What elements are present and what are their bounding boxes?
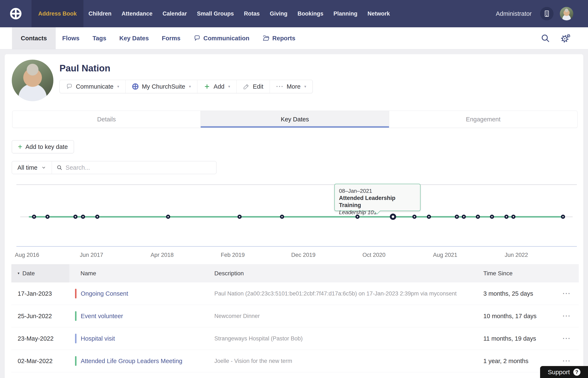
chevron-down-icon [41,165,46,170]
action-label: More [287,83,301,90]
row-actions-ellipsis[interactable]: ··· [555,357,579,364]
subnav-label: Communication [203,35,250,42]
contact-profile-card: Paul Nation Communicate ▾ My ChurchSuite… [5,54,583,378]
axis-tick-label: Oct 2020 [363,252,386,258]
chevron-down-icon: ▾ [228,84,230,89]
organisation-button[interactable] [540,7,554,20]
keydate-time-since: 10 months, 17 days [472,313,555,320]
column-header-name[interactable]: Name [69,270,214,277]
action-label: My ChurchSuite [142,83,185,90]
timeline-node[interactable] [280,215,284,219]
timeline-node[interactable] [45,215,50,219]
nav-item-small-groups[interactable]: Small Groups [192,0,239,27]
subnav-item-contacts[interactable]: Contacts [12,27,56,49]
tab-details[interactable]: Details [12,111,200,128]
keydate-name-link[interactable]: Attended Life Group Leaders Meeting [81,358,182,364]
column-header-description[interactable]: Description [214,270,472,277]
keydate-date: 25-Jun-2022 [11,313,69,320]
timeline-node[interactable] [32,215,36,219]
table-row: 25-Jun-2022 Event volunteer Newcomer Din… [11,305,579,327]
row-actions-ellipsis[interactable]: ··· [555,290,579,297]
time-range-select[interactable]: All time [12,161,52,174]
keydate-time-since: 11 months, 19 days [472,335,555,342]
search-icon[interactable] [541,33,550,43]
settings-gears-icon[interactable] [561,33,570,43]
column-header-date[interactable]: ▾ Date [11,264,69,283]
timeline-node[interactable] [427,215,431,219]
timeline-node[interactable] [238,215,242,219]
timeline-node[interactable] [73,215,78,219]
more-button[interactable]: ··· More ▾ [270,80,312,93]
action-label: Edit [253,83,263,90]
keydate-description: Newcomer Dinner [214,313,472,319]
keydate-name-link[interactable]: Hospital visit [81,335,115,342]
question-mark-icon: ? [573,369,580,376]
tooltip-title: Attended Leadership Training [339,194,416,209]
user-avatar[interactable] [560,7,573,20]
support-label: Support [548,369,570,376]
timeline-node[interactable] [462,215,466,219]
keydate-name-link[interactable]: Event volunteer [81,313,123,320]
churchsuite-logo-icon[interactable] [0,0,31,27]
timeline-node[interactable] [504,215,509,219]
keydate-description: Paul Nation (2a00:23c3:5101:be01:2cbf:7f… [214,290,472,297]
nav-item-attendance[interactable]: Attendance [117,0,158,27]
timeline-axis-labels: Aug 2016Jun 2017Apr 2018Feb 2019Dec 2019… [16,252,577,259]
nav-item-calendar[interactable]: Calendar [158,0,192,27]
timeline-node[interactable] [166,215,170,219]
keydate-color-bar [75,356,76,366]
nav-item-network[interactable]: Network [363,0,395,27]
axis-tick-label: Aug 2016 [15,252,39,258]
communicate-button[interactable]: Communicate ▾ [60,80,126,93]
speech-bubble-icon [194,35,201,42]
add-button[interactable]: Add ▾ [197,80,237,93]
timeline-node[interactable] [476,215,480,219]
tab-engagement[interactable]: Engagement [389,111,577,128]
nav-item-children[interactable]: Children [84,0,117,27]
button-label: Add to key date [26,143,68,150]
subnav-label: Reports [272,35,295,42]
support-button[interactable]: Support ? [540,366,588,378]
timeline-node[interactable] [561,215,565,219]
subnav-item-communication[interactable]: Communication [187,27,256,49]
axis-tick-label: Jun 2017 [80,252,103,258]
row-actions-ellipsis[interactable]: ··· [555,335,579,342]
row-actions-ellipsis[interactable]: ··· [555,312,579,320]
key-dates-search[interactable] [52,161,216,174]
subnav-item-forms[interactable]: Forms [155,27,187,49]
speech-bubble-icon [66,83,73,90]
timeline-scroll-track[interactable] [16,246,577,247]
column-header-time-since[interactable]: Time Since [472,270,555,277]
subnav-item-tags[interactable]: Tags [86,27,113,49]
add-to-key-date-button[interactable]: + Add to key date [12,140,74,153]
profile-action-bar: Communicate ▾ My ChurchSuite ▾ Add ▾ Edi… [59,80,313,93]
search-icon [56,165,62,171]
user-role-label[interactable]: Administrator [496,10,532,17]
subnav-item-reports[interactable]: Reports [256,27,302,49]
nav-item-address-book[interactable]: Address Book [31,0,84,27]
profile-tabs: Details Key Dates Engagement [12,111,577,128]
subnav-item-key-dates[interactable]: Key Dates [113,27,155,49]
table-row: 23-May-2022 Hospital visit Strangeways H… [11,327,579,350]
subnav-item-flows[interactable]: Flows [56,27,86,49]
key-dates-filter-bar: All time [12,161,216,174]
profile-photo[interactable] [12,60,53,101]
axis-tick-label: Aug 2021 [433,252,457,258]
nav-item-planning[interactable]: Planning [328,0,363,27]
edit-button[interactable]: Edit [237,80,270,93]
timeline-node[interactable] [455,215,459,219]
timeline-node[interactable] [490,215,494,219]
my-churchsuite-button[interactable]: My ChurchSuite ▾ [126,80,197,93]
keydate-date: 23-May-2022 [11,335,69,342]
nav-item-giving[interactable]: Giving [265,0,293,27]
timeline-node[interactable] [95,215,99,219]
search-input[interactable] [66,164,212,171]
timeline-node[interactable] [511,215,516,219]
keydate-name-link[interactable]: Ongoing Consent [81,290,128,297]
tab-key-dates[interactable]: Key Dates [200,111,389,128]
axis-tick-label: Feb 2019 [221,252,245,258]
nav-item-bookings[interactable]: Bookings [293,0,328,27]
timeline-node[interactable] [81,215,85,219]
nav-item-rotas[interactable]: Rotas [239,0,265,27]
keydate-date: 02-Mar-2022 [11,358,69,364]
